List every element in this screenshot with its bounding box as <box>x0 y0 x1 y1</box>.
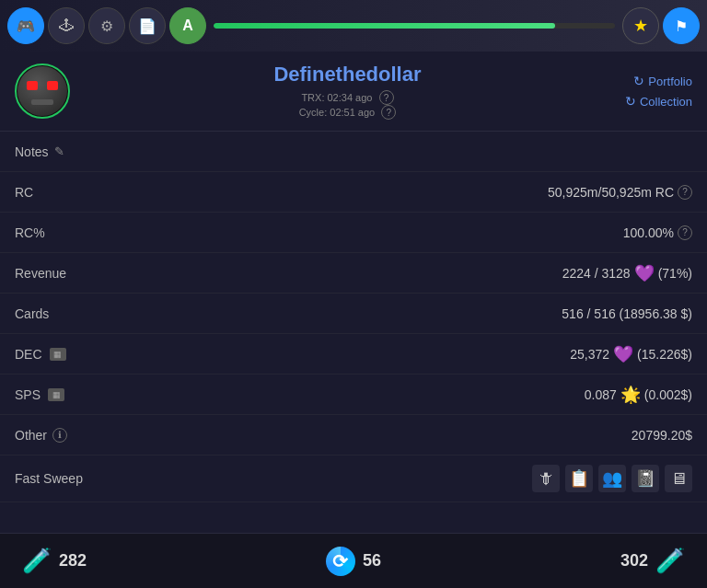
dec-text: DEC <box>15 347 42 362</box>
rc-label: RC <box>15 185 33 200</box>
fast-sweep-row: Fast Sweep 🗡 📋 👥 📓 🖥 <box>0 455 707 502</box>
rc-percent-amount: 100.00% <box>623 225 674 240</box>
profile-info: Definethedollar TRX: 02:34 ago ? Cycle: … <box>70 63 625 120</box>
sps-gold-icon: 🌟 <box>620 385 641 405</box>
cycle-time: Cycle: 02:51 ago <box>299 107 376 118</box>
fast-sweep-label: Fast Sweep <box>15 471 83 486</box>
other-row: Other ℹ 20799.20$ <box>0 415 707 455</box>
portfolio-link[interactable]: ↻ Portfolio <box>633 74 692 88</box>
spin-symbol: ⟳ <box>332 550 348 572</box>
cards-text: Cards <box>15 306 49 321</box>
sps-text: SPS <box>15 387 41 402</box>
dec-label: DEC ▦ <box>15 347 66 362</box>
profile-meta-trx: TRX: 02:34 ago ? <box>70 90 625 105</box>
sps-value: 0.087 🌟 (0.002$) <box>585 385 692 405</box>
rc-text: RC <box>15 185 33 200</box>
revenue-percent: (71%) <box>658 266 692 281</box>
progress-fill <box>214 23 555 29</box>
profile-links: ↻ Portfolio ↻ Collection <box>625 74 692 109</box>
robot-mouth <box>31 99 53 105</box>
notes-text: Notes <box>15 144 49 159</box>
flag-button[interactable]: ⚑ <box>663 7 700 44</box>
rc-info-icon[interactable]: ? <box>678 185 692 200</box>
stat-center-value: 56 <box>363 551 381 571</box>
profile-meta-cycle: Cycle: 02:51 ago ? <box>70 105 625 120</box>
rc-amount: 50,925m/50,925m RC <box>548 185 674 200</box>
sps-row: SPS ▦ 0.087 🌟 (0.002$) <box>0 375 707 415</box>
potion-left-icon: 🧪 <box>22 547 52 575</box>
collection-label: Collection <box>640 95 692 109</box>
rc-percent-label: RC% <box>15 225 45 240</box>
notes-row: Notes ✎ <box>0 132 707 172</box>
dec-storage-icon: ▦ <box>50 348 66 361</box>
dec-amount: 25,372 <box>570 347 609 362</box>
profile-name: Definethedollar <box>70 63 625 86</box>
nav-gamepad-icon[interactable]: 🕹 <box>48 7 85 44</box>
notes-edit-icon[interactable]: ✎ <box>54 144 64 158</box>
stat-right-value: 302 <box>620 551 648 571</box>
revenue-amount: 2224 / 3128 <box>562 266 631 281</box>
cards-amount: 516 / 516 (18956.38 $) <box>562 306 692 321</box>
fast-sweep-text: Fast Sweep <box>15 471 83 486</box>
trx-time: TRX: 02:34 ago <box>301 92 372 103</box>
trx-info-icon[interactable]: ? <box>379 90 394 105</box>
bottom-bar: 🧪 282 ⟳ 56 302 🧪 <box>0 533 707 588</box>
portfolio-link-icon: ↻ <box>633 74 644 88</box>
dec-gem-icon: 💜 <box>613 344 633 364</box>
star-button[interactable]: ★ <box>622 7 659 44</box>
sweep-icon-4[interactable]: 📓 <box>632 465 659 492</box>
spin-icon[interactable]: ⟳ <box>326 547 355 576</box>
revenue-row: Revenue 2224 / 3128 💜 (71%) <box>0 253 707 294</box>
sweep-icon-2[interactable]: 📋 <box>565 465 593 492</box>
revenue-gem-icon: 💜 <box>634 263 655 283</box>
potion-right-icon: 🧪 <box>655 547 685 575</box>
fast-sweep-icons: 🗡 📋 👥 📓 🖥 <box>532 465 692 492</box>
dec-row: DEC ▦ 25,372 💜 (15.226$) <box>0 334 707 375</box>
nav-user-icon[interactable]: A <box>169 7 206 44</box>
rc-row: RC 50,925m/50,925m RC ? <box>0 172 707 213</box>
sps-amount: 0.087 <box>585 387 617 402</box>
other-info-icon[interactable]: ℹ <box>52 428 67 443</box>
rc-percent-value: 100.00% ? <box>623 225 692 240</box>
revenue-value: 2224 / 3128 💜 (71%) <box>562 263 692 283</box>
nav-document-icon[interactable]: 📄 <box>129 7 166 44</box>
sweep-icon-1[interactable]: 🗡 <box>532 465 560 492</box>
collection-link-icon: ↻ <box>625 94 636 109</box>
cards-label: Cards <box>15 306 49 321</box>
sweep-icon-5[interactable]: 🖥 <box>665 465 692 492</box>
rc-percent-info-icon[interactable]: ? <box>678 225 692 240</box>
nav-settings-icon[interactable]: ⚙ <box>88 7 125 44</box>
nav-right-group: ★ ⚑ <box>622 7 700 44</box>
cards-value: 516 / 516 (18956.38 $) <box>562 306 692 321</box>
collection-link[interactable]: ↻ Collection <box>625 94 692 109</box>
profile-section: Definethedollar TRX: 02:34 ago ? Cycle: … <box>0 52 707 132</box>
robot-eye-right <box>47 81 58 90</box>
stat-right: 302 🧪 <box>620 547 685 575</box>
dec-value: 25,372 💜 (15.226$) <box>570 344 692 364</box>
sps-label: SPS ▦ <box>15 387 64 402</box>
other-value: 20799.20$ <box>632 428 692 443</box>
progress-bar <box>214 23 615 29</box>
top-nav: 🎮 🕹 ⚙ 📄 A ★ ⚑ <box>0 0 707 52</box>
stat-left: 🧪 282 <box>22 547 87 575</box>
notes-label: Notes ✎ <box>15 144 64 159</box>
portfolio-label: Portfolio <box>648 75 692 88</box>
dec-usd: (15.226$) <box>637 347 692 362</box>
avatar <box>15 63 70 119</box>
stat-center: ⟳ 56 <box>326 547 381 576</box>
stat-left-value: 282 <box>59 551 87 571</box>
other-amount: 20799.20$ <box>632 428 692 443</box>
other-text: Other <box>15 428 47 443</box>
rc-value: 50,925m/50,925m RC ? <box>548 185 692 200</box>
nav-icon-group: 🎮 🕹 ⚙ 📄 A <box>7 7 206 44</box>
other-label: Other ℹ <box>15 428 67 443</box>
revenue-label: Revenue <box>15 266 66 281</box>
nav-game-icon[interactable]: 🎮 <box>7 7 44 44</box>
revenue-text: Revenue <box>15 266 66 281</box>
cycle-info-icon[interactable]: ? <box>381 105 396 120</box>
cards-row: Cards 516 / 516 (18956.38 $) <box>0 294 707 334</box>
rc-percent-row: RC% 100.00% ? <box>0 213 707 253</box>
avatar-inner <box>17 66 67 116</box>
sweep-icon-3[interactable]: 👥 <box>598 465 626 492</box>
sps-storage-icon: ▦ <box>48 388 64 401</box>
